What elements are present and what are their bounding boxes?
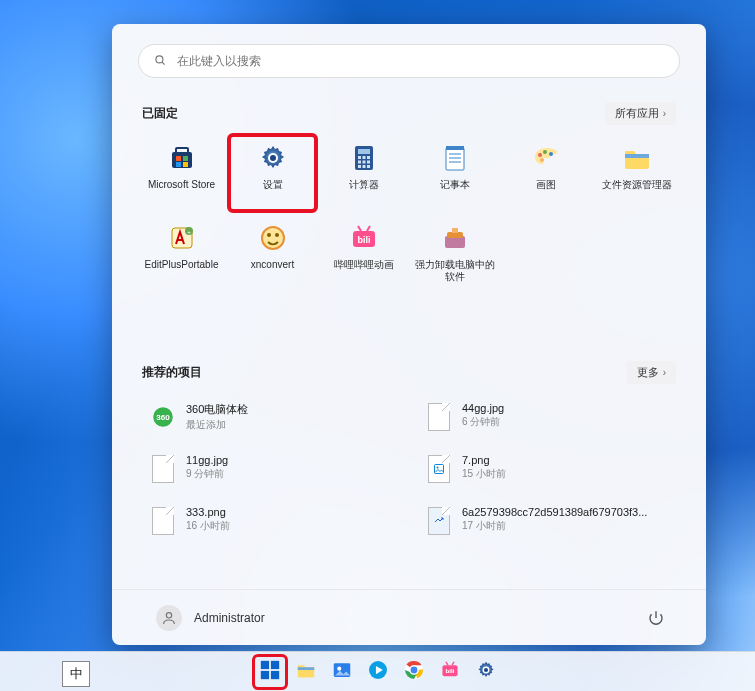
pinned-app-xnconvert[interactable]: xnconvert	[229, 215, 316, 291]
svg-text:+: +	[187, 229, 191, 235]
file-icon	[150, 454, 176, 484]
svg-line-62	[452, 661, 454, 664]
store-icon	[165, 141, 199, 175]
chevron-right-icon: ›	[663, 108, 666, 119]
svg-line-38	[358, 226, 361, 231]
calculator-icon	[347, 141, 381, 175]
file-icon	[426, 402, 452, 432]
svg-rect-12	[358, 156, 361, 159]
recommended-item[interactable]: 360 360电脑体检 最近添加	[148, 400, 394, 434]
taskbar-photos[interactable]	[326, 656, 358, 688]
pinned-app-uninstall[interactable]: 强力卸载电脑中的软件	[411, 215, 498, 291]
bilibili-icon: bili	[347, 221, 381, 255]
png-icon	[426, 454, 452, 484]
search-input[interactable]	[177, 54, 665, 68]
recommended-title: 360电脑体检	[186, 402, 248, 417]
svg-text:bili: bili	[357, 235, 370, 245]
recommended-item[interactable]: 333.png 16 小时前	[148, 504, 394, 538]
taskbar-bilibili[interactable]: bili	[434, 656, 466, 688]
taskbar-settings[interactable]	[470, 656, 502, 688]
recommended-subtitle: 17 小时前	[462, 519, 647, 533]
pinned-app-bilibili[interactable]: bili 哔哩哔哩动画	[320, 215, 407, 291]
svg-rect-43	[452, 228, 458, 233]
svg-point-36	[275, 233, 279, 237]
pinned-app-calculator[interactable]: 计算器	[320, 135, 407, 211]
paint-icon	[529, 141, 563, 175]
more-button[interactable]: 更多 ›	[627, 361, 676, 384]
uninstall-icon	[438, 221, 472, 255]
power-button[interactable]	[642, 604, 670, 632]
svg-rect-15	[358, 161, 361, 164]
recommended-title: 7.png	[462, 454, 506, 466]
svg-line-1	[162, 62, 165, 65]
recommended-header: 推荐的项目 更多 ›	[138, 361, 680, 384]
svg-text:360: 360	[156, 413, 170, 422]
pinned-app-paint[interactable]: 画图	[502, 135, 589, 211]
recommended-subtitle: 15 小时前	[462, 467, 506, 481]
svg-rect-6	[176, 162, 181, 167]
svg-line-61	[445, 661, 447, 664]
recommended-grid: 360 360电脑体检 最近添加 44gg.jpg 6 分钟前 11gg.jpg…	[138, 400, 680, 538]
svg-rect-17	[367, 161, 370, 164]
chevron-right-icon: ›	[663, 367, 666, 378]
svg-point-27	[543, 150, 547, 154]
taskbar-chrome[interactable]	[398, 656, 430, 688]
pinned-grid: Microsoft Store 设置 计算器 记事本 画图 文件资源管理器 + …	[138, 135, 680, 291]
svg-rect-16	[362, 161, 365, 164]
svg-rect-53	[297, 667, 314, 670]
png2-icon	[426, 506, 452, 536]
ql-icon	[367, 659, 389, 685]
pinned-app-settings[interactable]: 设置	[229, 135, 316, 211]
pinned-app-label: 设置	[261, 179, 285, 191]
settings-icon	[256, 141, 290, 175]
pinned-app-label: EditPlusPortable	[143, 259, 221, 271]
avatar-icon	[156, 605, 182, 631]
svg-point-0	[156, 55, 163, 62]
svg-rect-20	[367, 165, 370, 168]
taskbar-explorer[interactable]	[290, 656, 322, 688]
recommended-title: 333.png	[186, 506, 230, 518]
recommended-item[interactable]: 7.png 15 小时前	[424, 452, 670, 486]
all-apps-button[interactable]: 所有应用 ›	[605, 102, 676, 125]
recommended-item[interactable]: 44gg.jpg 6 分钟前	[424, 400, 670, 434]
pinned-header: 已固定 所有应用 ›	[138, 102, 680, 125]
notepad-icon	[438, 141, 472, 175]
all-apps-label: 所有应用	[615, 106, 659, 121]
taskbar-ql[interactable]	[362, 656, 394, 688]
pinned-app-explorer[interactable]: 文件资源管理器	[593, 135, 680, 211]
svg-rect-19	[362, 165, 365, 168]
svg-rect-5	[183, 156, 188, 161]
recommended-title: 44gg.jpg	[462, 402, 504, 414]
pinned-title: 已固定	[142, 105, 178, 122]
desktop: 已固定 所有应用 › Microsoft Store 设置 计算器 记事本 画图…	[0, 0, 755, 691]
explorer-icon	[620, 141, 654, 175]
photos-icon	[331, 659, 353, 685]
pinned-app-label: Microsoft Store	[146, 179, 217, 191]
search-box[interactable]	[138, 44, 680, 78]
recommended-subtitle: 6 分钟前	[462, 415, 504, 429]
pinned-app-editplus[interactable]: + EditPlusPortable	[138, 215, 225, 291]
recommended-subtitle: 最近添加	[186, 418, 248, 432]
svg-point-9	[270, 155, 276, 161]
file-icon	[150, 506, 176, 536]
svg-rect-50	[270, 660, 278, 668]
svg-point-34	[262, 227, 284, 249]
svg-rect-4	[176, 156, 181, 161]
svg-point-65	[483, 667, 487, 671]
taskbar-start[interactable]	[254, 656, 286, 688]
ime-indicator[interactable]: 中	[62, 661, 90, 687]
bilibili-icon: bili	[439, 659, 461, 685]
pinned-app-store[interactable]: Microsoft Store	[138, 135, 225, 211]
pinned-app-label: 文件资源管理器	[600, 179, 674, 191]
recommended-item[interactable]: 6a2579398cc72d591389af679703f3... 17 小时前	[424, 504, 670, 538]
pinned-app-label: xnconvert	[249, 259, 296, 271]
svg-text:bili: bili	[445, 667, 454, 674]
360-icon: 360	[150, 402, 176, 432]
recommended-item[interactable]: 11gg.jpg 9 分钟前	[148, 452, 394, 486]
taskbar-center: bili	[254, 656, 502, 688]
pinned-app-notepad[interactable]: 记事本	[411, 135, 498, 211]
chrome-icon	[403, 659, 425, 685]
user-button[interactable]: Administrator	[148, 599, 273, 637]
svg-point-26	[538, 153, 542, 157]
svg-point-55	[337, 666, 341, 670]
